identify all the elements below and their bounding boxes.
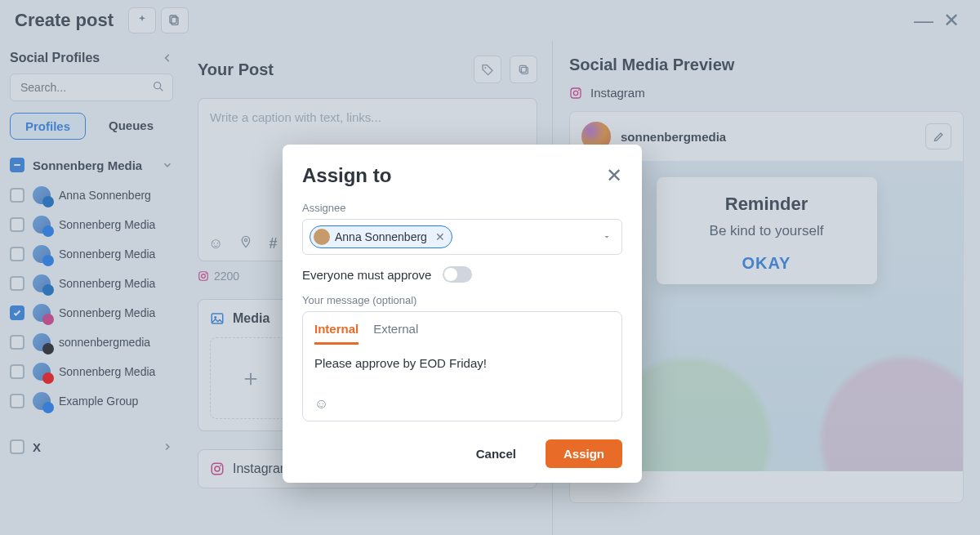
approve-toggle-label: Everyone must approve bbox=[302, 268, 431, 282]
message-emoji-button[interactable]: ☺ bbox=[314, 396, 610, 412]
assignee-select[interactable]: Anna Sonnenberg ✕ bbox=[302, 219, 622, 255]
approve-toggle[interactable] bbox=[443, 266, 472, 283]
assignee-chip-name: Anna Sonnenberg bbox=[335, 230, 427, 243]
remove-chip-icon[interactable]: ✕ bbox=[435, 230, 445, 243]
message-tab-external[interactable]: External bbox=[373, 322, 418, 345]
assign-modal: Assign to ✕ Assignee Anna Sonnenberg ✕ E… bbox=[283, 145, 642, 483]
dropdown-caret-icon[interactable] bbox=[602, 232, 612, 242]
cancel-button[interactable]: Cancel bbox=[458, 439, 534, 468]
message-textarea[interactable]: Please approve by EOD Friday! bbox=[314, 356, 610, 370]
modal-title: Assign to bbox=[302, 164, 391, 187]
caret-down-icon bbox=[602, 232, 612, 242]
assignee-chip[interactable]: Anna Sonnenberg ✕ bbox=[310, 225, 452, 248]
assign-button[interactable]: Assign bbox=[546, 439, 622, 468]
message-box: Internal External Please approve by EOD … bbox=[302, 311, 622, 421]
message-label: Your message (optional) bbox=[302, 294, 622, 306]
modal-close-button[interactable]: ✕ bbox=[606, 164, 622, 187]
assignee-label: Assignee bbox=[302, 202, 622, 214]
avatar bbox=[314, 229, 330, 245]
message-tab-internal[interactable]: Internal bbox=[314, 322, 359, 345]
